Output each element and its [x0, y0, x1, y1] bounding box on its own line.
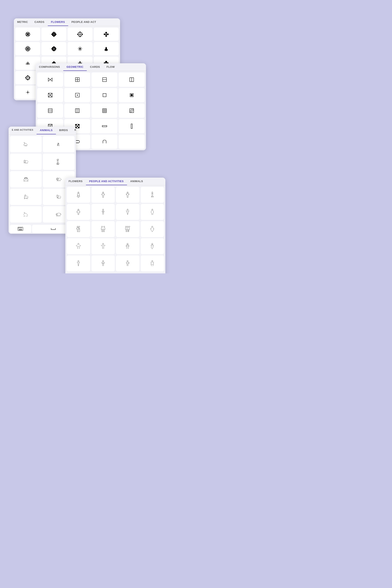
geo-icon-vlines[interactable] — [64, 104, 90, 118]
svg-line-135 — [131, 110, 134, 113]
tab-animals[interactable]: ANIMALS — [36, 126, 56, 134]
svg-point-196 — [129, 226, 130, 228]
people-grid — [65, 186, 166, 273]
person-14[interactable] — [92, 238, 115, 254]
geo-icon-dotbox[interactable] — [64, 88, 90, 102]
person-5[interactable] — [67, 204, 90, 220]
svg-point-192 — [102, 226, 103, 228]
person-9[interactable] — [67, 221, 90, 237]
svg-rect-67 — [106, 50, 107, 50]
animal-giraffe[interactable] — [43, 154, 74, 170]
svg-point-18 — [80, 34, 81, 35]
tab-metric[interactable]: METRIC — [14, 18, 31, 26]
geo-icon-4grid[interactable] — [64, 72, 90, 87]
flower-icon-1[interactable] — [15, 28, 40, 41]
geo-icon-hlines[interactable] — [37, 104, 63, 118]
animal-bear[interactable] — [10, 171, 42, 188]
geo-icon-bowtie[interactable] — [37, 72, 63, 87]
svg-point-194 — [125, 226, 126, 228]
svg-point-185 — [78, 209, 79, 210]
svg-rect-176 — [18, 228, 19, 228]
geo-icon-tallrect[interactable] — [118, 119, 144, 133]
animal-deer[interactable] — [43, 136, 74, 152]
svg-point-83 — [27, 77, 28, 78]
person-13[interactable] — [67, 238, 90, 254]
animal-elephant[interactable] — [10, 154, 42, 170]
geo-icon-grid9[interactable] — [92, 104, 118, 118]
person-18[interactable] — [92, 256, 115, 271]
animal-wolf[interactable] — [10, 206, 42, 222]
person-12[interactable] — [141, 221, 164, 237]
tab-birds[interactable]: BIRDS — [56, 126, 71, 134]
flower-icon-8[interactable] — [94, 42, 118, 55]
svg-point-164 — [24, 178, 27, 180]
flower-icon-3[interactable] — [68, 28, 92, 41]
geo-icon-xbox[interactable] — [37, 88, 63, 102]
svg-rect-68 — [105, 50, 107, 51]
svg-point-207 — [127, 260, 128, 262]
tab-flowers-4[interactable]: FLOWERS — [65, 178, 86, 185]
svg-point-202 — [127, 243, 128, 244]
tab-geometric[interactable]: GEOMETRIC — [63, 63, 87, 71]
svg-point-162 — [57, 159, 58, 160]
person-1[interactable] — [67, 187, 90, 203]
person-6[interactable] — [92, 204, 115, 220]
svg-point-13 — [54, 34, 56, 35]
svg-point-29 — [78, 35, 79, 36]
tab-cards[interactable]: CARDS — [31, 18, 48, 26]
person-15[interactable] — [116, 238, 140, 254]
person-20[interactable] — [141, 256, 164, 271]
animal-fox[interactable] — [10, 136, 42, 152]
svg-rect-161 — [57, 160, 58, 164]
svg-point-11 — [53, 35, 54, 37]
flower-icon-4[interactable] — [94, 28, 118, 41]
person-17[interactable] — [67, 256, 90, 271]
svg-point-85 — [27, 79, 28, 80]
svg-point-193 — [104, 226, 105, 228]
tab-people[interactable]: PEOPLE AND ACT — [68, 18, 100, 26]
tab-comparisons[interactable]: COMPARISONS — [36, 63, 63, 71]
tab-activities[interactable]: E AND ACTIVITIES — [8, 126, 36, 134]
geo-icon-vsplit[interactable] — [118, 72, 144, 87]
svg-point-184 — [152, 192, 153, 193]
person-7[interactable] — [116, 204, 140, 220]
person-8[interactable] — [141, 204, 164, 220]
svg-rect-179 — [22, 228, 22, 228]
flower-icon-2[interactable] — [42, 28, 66, 41]
person-19[interactable] — [116, 256, 140, 271]
flower-icon-7[interactable] — [68, 42, 92, 55]
person-11[interactable] — [116, 221, 140, 237]
geo-icon-hsplit[interactable] — [92, 72, 118, 87]
tab-people-4[interactable]: PEOPLE AND ACTIVITIES — [86, 178, 127, 185]
animal-horse[interactable] — [10, 189, 42, 205]
geo-icon-widerect[interactable] — [92, 119, 118, 133]
person-10[interactable] — [92, 221, 115, 237]
geo-icon-filledrect[interactable] — [118, 88, 144, 102]
svg-point-87 — [29, 77, 30, 78]
person-16[interactable] — [141, 238, 164, 254]
keyboard-btn-3[interactable] — [10, 225, 31, 233]
svg-rect-178 — [20, 228, 21, 228]
svg-point-10 — [53, 32, 54, 34]
svg-point-183 — [127, 192, 128, 193]
svg-line-61 — [78, 50, 80, 50]
svg-point-32 — [105, 32, 107, 34]
tab-cards-2[interactable]: CARDS — [87, 63, 103, 71]
svg-marker-105 — [50, 78, 52, 81]
person-2[interactable] — [92, 187, 115, 203]
svg-point-53 — [54, 49, 56, 50]
geo-icon-hatch[interactable] — [118, 104, 144, 118]
flower-icon-6[interactable] — [42, 42, 66, 55]
person-4[interactable] — [141, 187, 164, 203]
tab-animals-4[interactable]: ANIMALS — [127, 178, 146, 185]
geo-icon-smallrect[interactable] — [92, 88, 118, 102]
svg-rect-120 — [131, 94, 133, 96]
tab-bar-1: METRIC CARDS FLOWERS PEOPLE AND ACT — [14, 18, 120, 26]
geo-icon-arch[interactable] — [92, 134, 118, 149]
tab-reptiles[interactable]: REPTILE — [71, 126, 76, 134]
flower-icon-5[interactable] — [15, 42, 40, 55]
tab-flowers[interactable]: FLOWERS — [48, 18, 68, 26]
tab-flow[interactable]: FLOW — [103, 63, 118, 71]
svg-point-169 — [56, 178, 58, 180]
person-3[interactable] — [116, 187, 140, 203]
